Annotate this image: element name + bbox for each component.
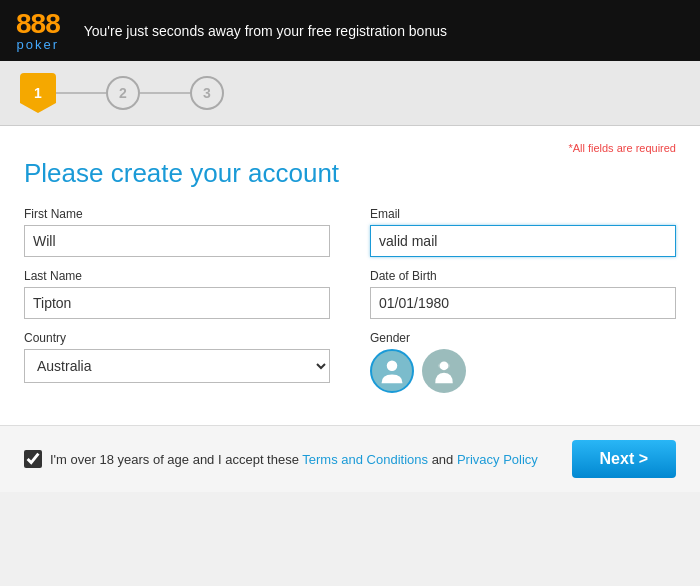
last-name-group: Last Name [24, 269, 330, 319]
female-icon [430, 357, 458, 385]
left-column: First Name Last Name Country Australia U… [24, 207, 330, 405]
step-2: 2 [106, 76, 140, 110]
country-select[interactable]: Australia United States United Kingdom C… [24, 349, 330, 383]
right-column: Email Date of Birth Gender [370, 207, 676, 405]
gender-female-button[interactable] [422, 349, 466, 393]
page-title: Please create your account [24, 158, 676, 189]
privacy-policy-link[interactable]: Privacy Policy [457, 452, 538, 467]
logo-bottom: poker [17, 38, 60, 51]
step-line-1 [56, 92, 106, 94]
svg-point-0 [387, 361, 398, 372]
step-line-2 [140, 92, 190, 94]
form-grid: First Name Last Name Country Australia U… [24, 207, 676, 405]
first-name-group: First Name [24, 207, 330, 257]
logo: 888 poker [16, 10, 60, 51]
terms-and-conditions-link[interactable]: Terms and Conditions [302, 452, 428, 467]
country-group: Country Australia United States United K… [24, 331, 330, 383]
terms-text: I'm over 18 years of age and I accept th… [50, 452, 538, 467]
terms-checkbox[interactable] [24, 450, 42, 468]
dob-label: Date of Birth [370, 269, 676, 283]
male-icon [378, 357, 406, 385]
steps-bar: 1 2 3 [0, 61, 700, 126]
next-button[interactable]: Next > [572, 440, 676, 478]
last-name-input[interactable] [24, 287, 330, 319]
bottom-bar: I'm over 18 years of age and I accept th… [0, 425, 700, 492]
logo-top: 888 [16, 10, 60, 38]
email-label: Email [370, 207, 676, 221]
email-group: Email [370, 207, 676, 257]
step-1: 1 [20, 73, 56, 113]
first-name-input[interactable] [24, 225, 330, 257]
last-name-label: Last Name [24, 269, 330, 283]
gender-male-button[interactable] [370, 349, 414, 393]
gender-label: Gender [370, 331, 676, 345]
gender-group: Gender [370, 331, 676, 393]
email-input[interactable] [370, 225, 676, 257]
dob-group: Date of Birth [370, 269, 676, 319]
header-tagline: You're just seconds away from your free … [84, 23, 447, 39]
first-name-label: First Name [24, 207, 330, 221]
terms-row: I'm over 18 years of age and I accept th… [24, 450, 538, 468]
svg-point-2 [438, 362, 450, 369]
dob-input[interactable] [370, 287, 676, 319]
main-content: *All fields are required Please create y… [0, 126, 700, 425]
step-3: 3 [190, 76, 224, 110]
required-note: *All fields are required [24, 142, 676, 154]
country-label: Country [24, 331, 330, 345]
header: 888 poker You're just seconds away from … [0, 0, 700, 61]
gender-container [370, 349, 676, 393]
